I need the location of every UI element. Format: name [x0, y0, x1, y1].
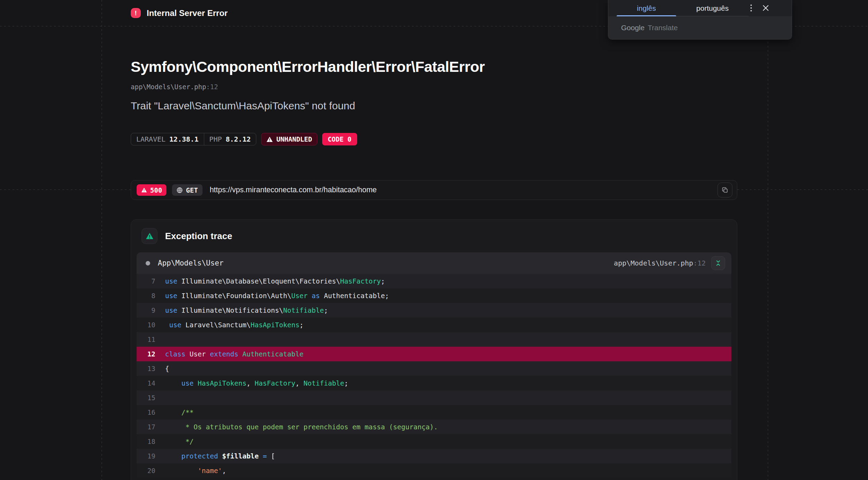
warning-triangle-icon	[141, 187, 147, 193]
unhandled-label: UNHANDLED	[276, 135, 312, 143]
line-number: 15	[137, 394, 155, 402]
stack-frame: App\Models\User app\Models\User.php:12 7…	[137, 252, 731, 478]
google-brand-label: Google	[621, 24, 645, 32]
translate-popup-body: Google Translate	[608, 16, 792, 39]
frame-file-reference: app\Models\User.php:12	[614, 259, 706, 267]
line-number: 17	[137, 423, 155, 431]
http-method-label: GET	[186, 186, 198, 194]
copy-icon	[721, 186, 729, 194]
code-text: use Laravel\Sanctum\HasApiTokens;	[155, 321, 303, 329]
exception-trace-card: Exception trace App\Models\User app\Mode…	[131, 219, 737, 480]
dashed-guide-vertical-right	[768, 0, 768, 480]
code-text: use HasApiTokens, HasFactory, Notifiable…	[155, 379, 348, 387]
line-number: 20	[137, 467, 155, 474]
dashed-guide-horizontal-mid-left	[0, 190, 131, 190]
stack-frame-header[interactable]: App\Models\User app\Models\User.php:12	[137, 252, 731, 274]
code-line-15: 15	[137, 390, 731, 405]
code-text: * Os atributos que podem ser preenchidos…	[155, 423, 438, 431]
frame-header-right: app\Models\User.php:12	[614, 256, 725, 270]
laravel-label: LARAVEL	[136, 135, 165, 143]
laravel-version-segment: LARAVEL 12.38.1	[131, 133, 204, 145]
line-number: 10	[137, 321, 155, 329]
code-text: /**	[155, 409, 194, 416]
line-number: 12	[137, 350, 155, 358]
code-line-11: 11	[137, 332, 731, 347]
code-line-20: 20 'name',	[137, 463, 731, 478]
line-number: 13	[137, 365, 155, 372]
code-text: use Illuminate\Database\Eloquent\Factori…	[155, 277, 385, 285]
tab-ingles[interactable]: inglês	[617, 0, 676, 16]
http-status-badge: 500	[137, 184, 166, 196]
code-line-12: 12class User extends Authenticatable	[137, 347, 731, 361]
code-line-18: 18 */	[137, 434, 731, 449]
trace-warning-icon	[141, 228, 157, 244]
frame-file-line: :12	[693, 259, 706, 267]
exception-file-reference: app\Models\User.php:12	[131, 83, 218, 91]
code-line-13: 13{	[137, 361, 731, 376]
code-line-9: 9use Illuminate\Notifications\Notifiable…	[137, 303, 731, 318]
code-text: use Illuminate\Foundation\Auth\User as A…	[155, 292, 389, 300]
translate-tab-bar: inglês português	[608, 0, 792, 16]
code-text: protected $fillable = [	[155, 452, 275, 460]
exception-trace-header: Exception trace	[131, 220, 737, 252]
error-code-badge: CODE 0	[322, 133, 357, 145]
kebab-menu-icon[interactable]	[746, 3, 756, 13]
frame-file-path: app\Models\User.php	[614, 259, 693, 267]
close-icon[interactable]	[761, 3, 771, 13]
file-path: app\Models\User.php	[131, 83, 206, 91]
error-content: Symfony\Component\ErrorHandler\Error\Fat…	[131, 0, 737, 480]
tab-portugues[interactable]: português	[676, 0, 749, 16]
php-version: 8.2.12	[226, 135, 251, 143]
translate-brand-label: Translate	[648, 24, 678, 32]
line-number: 16	[137, 409, 155, 416]
code-line-10: 10 use Laravel\Sanctum\HasApiTokens;	[137, 318, 731, 332]
line-number: 18	[137, 438, 155, 445]
code-line-8: 8use Illuminate\Foundation\Auth\User as …	[137, 288, 731, 303]
unhandled-badge: UNHANDLED	[261, 133, 317, 145]
file-line: :12	[206, 83, 218, 91]
code-text: 'name',	[155, 467, 226, 475]
request-summary-bar: 500 GET https://vps.miranteconecta.com.b…	[131, 180, 737, 200]
code-text: use Illuminate\Notifications\Notifiable;	[155, 306, 328, 314]
code-text: class User extends Authenticatable	[155, 350, 303, 358]
exception-message: Trait "Laravel\Sanctum\HasApiTokens" not…	[131, 100, 355, 112]
php-version-segment: PHP 8.2.12	[204, 133, 256, 145]
code-line-17: 17 * Os atributos que podem ser preenchi…	[137, 420, 731, 434]
http-status-code: 500	[150, 186, 162, 194]
collapse-icon	[715, 260, 722, 267]
exception-class-title: Symfony\Component\ErrorHandler\Error\Fat…	[131, 58, 485, 75]
error-code-label: CODE 0	[328, 135, 352, 143]
line-number: 11	[137, 336, 155, 343]
code-text: */	[155, 438, 194, 446]
dashed-guide-horizontal-mid-right	[737, 190, 868, 190]
globe-icon	[177, 187, 183, 193]
code-line-19: 19 protected $fillable = [	[137, 449, 731, 463]
google-translate-popup: inglês português Google Translate	[608, 0, 792, 40]
error-page: { "topbar": { "alert_glyph": "!", "title…	[0, 0, 868, 480]
environment-badges: LARAVEL 12.38.1 PHP 8.2.12 UNHANDLED COD…	[131, 133, 357, 145]
code-rows: 7use Illuminate\Database\Eloquent\Factor…	[137, 274, 731, 478]
laravel-version: 12.38.1	[169, 135, 198, 143]
collapse-frame-button[interactable]	[711, 256, 725, 270]
line-number: 19	[137, 452, 155, 460]
code-line-7: 7use Illuminate\Database\Eloquent\Factor…	[137, 274, 731, 288]
frame-class-name: App\Models\User	[158, 259, 224, 267]
version-pill: LARAVEL 12.38.1 PHP 8.2.12	[131, 133, 256, 145]
php-label: PHP	[209, 135, 222, 143]
code-line-14: 14 use HasApiTokens, HasFactory, Notifia…	[137, 376, 731, 390]
copy-url-button[interactable]	[717, 183, 732, 197]
frame-bullet-icon	[146, 261, 150, 266]
line-number: 7	[137, 277, 155, 285]
trace-section-title: Exception trace	[165, 231, 232, 242]
code-text: {	[155, 365, 169, 373]
http-method-badge: GET	[172, 184, 202, 196]
request-url: https://vps.miranteconecta.com.br/habita…	[210, 186, 377, 194]
dashed-guide-vertical-left	[102, 0, 102, 480]
code-line-16: 16 /**	[137, 405, 731, 420]
line-number: 14	[137, 379, 155, 387]
warning-triangle-icon	[266, 136, 273, 142]
line-number: 8	[137, 292, 155, 300]
line-number: 9	[137, 306, 155, 314]
